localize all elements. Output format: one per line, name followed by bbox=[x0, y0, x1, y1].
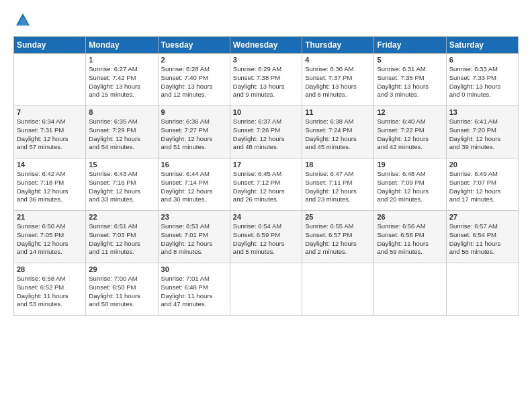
col-header-tuesday: Tuesday bbox=[158, 37, 230, 54]
day-info: Sunrise: 6:53 AM Sunset: 7:01 PM Dayligh… bbox=[161, 222, 227, 257]
calendar-cell: 29Sunrise: 7:00 AM Sunset: 6:50 PM Dayli… bbox=[86, 263, 158, 316]
calendar-cell: 8Sunrise: 6:35 AM Sunset: 7:29 PM Daylig… bbox=[86, 106, 158, 158]
day-info: Sunrise: 6:50 AM Sunset: 7:05 PM Dayligh… bbox=[17, 222, 83, 257]
calendar-cell bbox=[230, 263, 302, 316]
day-info: Sunrise: 6:45 AM Sunset: 7:12 PM Dayligh… bbox=[233, 170, 299, 204]
calendar-cell: 25Sunrise: 6:55 AM Sunset: 6:57 PM Dayli… bbox=[302, 211, 374, 263]
day-info: Sunrise: 6:37 AM Sunset: 7:26 PM Dayligh… bbox=[233, 118, 299, 152]
calendar-cell: 16Sunrise: 6:44 AM Sunset: 7:14 PM Dayli… bbox=[158, 158, 230, 211]
day-info: Sunrise: 6:57 AM Sunset: 6:54 PM Dayligh… bbox=[449, 222, 515, 257]
day-info: Sunrise: 6:44 AM Sunset: 7:14 PM Dayligh… bbox=[161, 170, 227, 204]
day-number: 8 bbox=[89, 108, 154, 116]
day-number: 15 bbox=[89, 161, 154, 169]
day-number: 2 bbox=[161, 56, 227, 64]
calendar-cell: 9Sunrise: 6:36 AM Sunset: 7:27 PM Daylig… bbox=[158, 106, 230, 158]
day-number: 24 bbox=[233, 213, 299, 221]
day-info: Sunrise: 6:31 AM Sunset: 7:35 PM Dayligh… bbox=[377, 65, 443, 99]
col-header-sunday: Sunday bbox=[14, 37, 86, 54]
day-info: Sunrise: 6:43 AM Sunset: 7:16 PM Dayligh… bbox=[89, 170, 154, 204]
week-row-5: 28Sunrise: 6:58 AM Sunset: 6:52 PM Dayli… bbox=[14, 263, 519, 316]
week-row-4: 21Sunrise: 6:50 AM Sunset: 7:05 PM Dayli… bbox=[14, 211, 519, 263]
day-number: 21 bbox=[17, 213, 83, 221]
day-number: 30 bbox=[161, 265, 227, 273]
calendar-cell: 7Sunrise: 6:34 AM Sunset: 7:31 PM Daylig… bbox=[14, 106, 86, 158]
day-info: Sunrise: 7:01 AM Sunset: 6:48 PM Dayligh… bbox=[161, 275, 227, 309]
calendar-cell: 28Sunrise: 6:58 AM Sunset: 6:52 PM Dayli… bbox=[14, 263, 86, 316]
calendar-cell: 20Sunrise: 6:49 AM Sunset: 7:07 PM Dayli… bbox=[446, 158, 518, 211]
col-header-saturday: Saturday bbox=[446, 37, 518, 54]
calendar-header-row: SundayMondayTuesdayWednesdayThursdayFrid… bbox=[14, 37, 519, 54]
day-info: Sunrise: 6:49 AM Sunset: 7:07 PM Dayligh… bbox=[449, 170, 515, 204]
calendar-cell: 2Sunrise: 6:28 AM Sunset: 7:40 PM Daylig… bbox=[158, 54, 230, 106]
calendar-cell: 21Sunrise: 6:50 AM Sunset: 7:05 PM Dayli… bbox=[14, 211, 86, 263]
calendar-cell: 26Sunrise: 6:56 AM Sunset: 6:56 PM Dayli… bbox=[374, 211, 446, 263]
day-number: 14 bbox=[17, 161, 83, 169]
calendar-cell: 3Sunrise: 6:29 AM Sunset: 7:38 PM Daylig… bbox=[230, 54, 302, 106]
calendar-cell: 15Sunrise: 6:43 AM Sunset: 7:16 PM Dayli… bbox=[86, 158, 158, 211]
day-number: 10 bbox=[233, 108, 299, 116]
calendar-cell: 12Sunrise: 6:40 AM Sunset: 7:22 PM Dayli… bbox=[374, 106, 446, 158]
day-info: Sunrise: 6:33 AM Sunset: 7:33 PM Dayligh… bbox=[449, 65, 515, 99]
day-number: 17 bbox=[233, 161, 299, 169]
calendar-cell: 22Sunrise: 6:51 AM Sunset: 7:03 PM Dayli… bbox=[86, 211, 158, 263]
calendar-cell: 18Sunrise: 6:47 AM Sunset: 7:11 PM Dayli… bbox=[302, 158, 374, 211]
main-container: SundayMondayTuesdayWednesdayThursdayFrid… bbox=[0, 0, 532, 322]
logo-icon bbox=[13, 11, 32, 30]
day-info: Sunrise: 6:27 AM Sunset: 7:42 PM Dayligh… bbox=[89, 65, 154, 99]
calendar-cell: 24Sunrise: 6:54 AM Sunset: 6:59 PM Dayli… bbox=[230, 211, 302, 263]
day-number: 29 bbox=[89, 265, 154, 273]
calendar-cell bbox=[446, 263, 518, 316]
day-number: 23 bbox=[161, 213, 227, 221]
calendar-cell: 5Sunrise: 6:31 AM Sunset: 7:35 PM Daylig… bbox=[374, 54, 446, 106]
day-number: 11 bbox=[305, 108, 371, 116]
col-header-thursday: Thursday bbox=[302, 37, 374, 54]
day-number: 25 bbox=[305, 213, 371, 221]
calendar-cell: 17Sunrise: 6:45 AM Sunset: 7:12 PM Dayli… bbox=[230, 158, 302, 211]
day-number: 12 bbox=[377, 108, 443, 116]
calendar-cell: 14Sunrise: 6:42 AM Sunset: 7:18 PM Dayli… bbox=[14, 158, 86, 211]
day-info: Sunrise: 6:51 AM Sunset: 7:03 PM Dayligh… bbox=[89, 222, 154, 257]
day-number: 4 bbox=[305, 56, 371, 64]
day-info: Sunrise: 6:40 AM Sunset: 7:22 PM Dayligh… bbox=[377, 118, 443, 152]
calendar-cell bbox=[302, 263, 374, 316]
calendar-cell bbox=[374, 263, 446, 316]
day-info: Sunrise: 6:42 AM Sunset: 7:18 PM Dayligh… bbox=[17, 170, 83, 204]
day-number: 20 bbox=[449, 161, 515, 169]
logo bbox=[13, 11, 35, 30]
calendar-cell: 11Sunrise: 6:38 AM Sunset: 7:24 PM Dayli… bbox=[302, 106, 374, 158]
day-number: 6 bbox=[449, 56, 515, 64]
day-number: 18 bbox=[305, 161, 371, 169]
day-info: Sunrise: 6:29 AM Sunset: 7:38 PM Dayligh… bbox=[233, 65, 299, 99]
day-info: Sunrise: 6:48 AM Sunset: 7:09 PM Dayligh… bbox=[377, 170, 443, 204]
day-number: 3 bbox=[233, 56, 299, 64]
week-row-3: 14Sunrise: 6:42 AM Sunset: 7:18 PM Dayli… bbox=[14, 158, 519, 211]
day-info: Sunrise: 6:28 AM Sunset: 7:40 PM Dayligh… bbox=[161, 65, 227, 99]
calendar-cell: 30Sunrise: 7:01 AM Sunset: 6:48 PM Dayli… bbox=[158, 263, 230, 316]
day-number: 16 bbox=[161, 161, 227, 169]
day-info: Sunrise: 6:38 AM Sunset: 7:24 PM Dayligh… bbox=[305, 118, 371, 152]
day-info: Sunrise: 6:54 AM Sunset: 6:59 PM Dayligh… bbox=[233, 222, 299, 257]
day-info: Sunrise: 6:56 AM Sunset: 6:56 PM Dayligh… bbox=[377, 222, 443, 257]
day-info: Sunrise: 6:36 AM Sunset: 7:27 PM Dayligh… bbox=[161, 118, 227, 152]
week-row-2: 7Sunrise: 6:34 AM Sunset: 7:31 PM Daylig… bbox=[14, 106, 519, 158]
calendar-cell: 13Sunrise: 6:41 AM Sunset: 7:20 PM Dayli… bbox=[446, 106, 518, 158]
day-number: 1 bbox=[89, 56, 154, 64]
calendar-cell: 6Sunrise: 6:33 AM Sunset: 7:33 PM Daylig… bbox=[446, 54, 518, 106]
header bbox=[13, 11, 519, 30]
col-header-friday: Friday bbox=[374, 37, 446, 54]
calendar-cell: 23Sunrise: 6:53 AM Sunset: 7:01 PM Dayli… bbox=[158, 211, 230, 263]
day-info: Sunrise: 6:30 AM Sunset: 7:37 PM Dayligh… bbox=[305, 65, 371, 99]
day-number: 26 bbox=[377, 213, 443, 221]
day-number: 22 bbox=[89, 213, 154, 221]
day-number: 9 bbox=[161, 108, 227, 116]
day-info: Sunrise: 6:58 AM Sunset: 6:52 PM Dayligh… bbox=[17, 275, 83, 309]
day-number: 13 bbox=[449, 108, 515, 116]
day-info: Sunrise: 6:55 AM Sunset: 6:57 PM Dayligh… bbox=[305, 222, 371, 257]
day-info: Sunrise: 6:34 AM Sunset: 7:31 PM Dayligh… bbox=[17, 118, 83, 152]
col-header-wednesday: Wednesday bbox=[230, 37, 302, 54]
day-info: Sunrise: 7:00 AM Sunset: 6:50 PM Dayligh… bbox=[89, 275, 154, 309]
calendar-cell bbox=[14, 54, 86, 106]
calendar-cell: 19Sunrise: 6:48 AM Sunset: 7:09 PM Dayli… bbox=[374, 158, 446, 211]
calendar-cell: 1Sunrise: 6:27 AM Sunset: 7:42 PM Daylig… bbox=[86, 54, 158, 106]
day-number: 27 bbox=[449, 213, 515, 221]
